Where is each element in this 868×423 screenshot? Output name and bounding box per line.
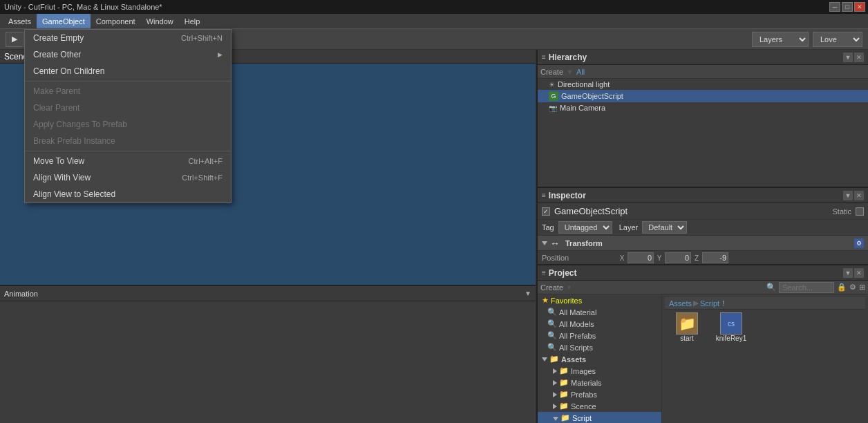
transform-component-header[interactable]: ↔ Transform ⚙	[538, 236, 868, 251]
hierarchy-menu-btn[interactable]: ▼	[843, 53, 853, 62]
inspector-static-label: Static	[832, 207, 851, 216]
ctx-align-view-to-selected[interactable]: Align View to Selected	[25, 186, 231, 203]
materials-folder-icon: 📁	[559, 378, 569, 387]
images-triangle	[553, 367, 557, 375]
project-panel: ≡ Project ▼ ✕ Create ▼ 🔍 🔒 ⚙ ⊞	[536, 264, 868, 423]
ctx-move-to-view[interactable]: Move To View Ctrl+Alt+F	[25, 153, 231, 169]
script-expand-icon	[553, 414, 558, 422]
hierarchy-title: Hierarchy	[549, 53, 587, 62]
project-sidebar: ★ Favorites 🔍 All Material 🔍 All Models …	[538, 294, 662, 423]
scripts-search-icon: 🔍	[547, 343, 557, 352]
window-controls: ─ □ ✕	[829, 2, 865, 12]
inspector-panel: ≡ Inspector ▼ ✕ ✓ GameObjectScript Stati…	[536, 188, 868, 264]
inspector-menu-btn[interactable]: ▼	[843, 191, 853, 200]
inspector-top-row: ✓ GameObjectScript Static	[538, 203, 868, 220]
ctx-clear-parent-label: Clear Parent	[33, 103, 79, 113]
scence-folder-icon: 📁	[559, 402, 569, 411]
inspector-object-name: GameObjectScript	[554, 206, 628, 216]
gameobj-icon: G	[549, 91, 558, 101]
hierarchy-item-directional-light[interactable]: ☀ Directional light	[538, 79, 868, 90]
project-create-btn[interactable]: Create	[540, 283, 563, 292]
ctx-center-label: Center On Children	[33, 66, 104, 76]
ctx-create-empty-label: Create Empty	[33, 33, 84, 43]
menu-bar: Assets GameObject Component Window Help	[0, 14, 868, 29]
project-search-input[interactable]	[779, 282, 834, 293]
folder-prefabs[interactable]: 📁 Prefabs	[538, 388, 661, 400]
materials-triangle	[553, 379, 557, 387]
toolbar-right: Layers Love	[752, 32, 862, 47]
hierarchy-all-btn[interactable]: All	[576, 68, 585, 76]
assets-expand-icon	[542, 357, 547, 361]
assets-tree-header[interactable]: 📁 Assets	[538, 353, 661, 365]
favorites-label: Favorites	[551, 297, 582, 305]
file-kniferey1-script[interactable]: cs knifeRey1	[709, 310, 753, 345]
folder-script[interactable]: 📁 Script	[538, 412, 661, 423]
static-checkbox[interactable]	[856, 207, 864, 216]
hierarchy-close-btn[interactable]: ✕	[854, 53, 864, 62]
folder-images[interactable]: 📁 Images	[538, 365, 661, 377]
inspector-close-btn[interactable]: ✕	[854, 191, 864, 200]
tag-select[interactable]: Untagged	[558, 221, 612, 234]
position-z-input[interactable]	[702, 252, 728, 263]
ctx-center-on-children[interactable]: Center On Children	[25, 63, 231, 79]
fav-all-scripts[interactable]: 🔍 All Scripts	[538, 341, 661, 353]
position-y-group: Y	[655, 252, 691, 263]
ctx-create-empty[interactable]: Create Empty Ctrl+Shift+N	[25, 30, 231, 46]
ctx-apply-changes: Apply Changes To Prefab	[25, 116, 231, 133]
ctx-sep-2	[25, 151, 231, 151]
search-icon: 🔍	[766, 283, 776, 292]
layer-select[interactable]: Default	[642, 221, 687, 234]
gameobject-active-checkbox[interactable]: ✓	[542, 207, 550, 216]
project-menu-btn[interactable]: ▼	[843, 268, 853, 278]
fav-all-models[interactable]: 🔍 All Models	[538, 318, 661, 330]
project-close-btn[interactable]: ✕	[854, 268, 864, 278]
position-z-group: Z	[692, 252, 728, 263]
tag-layer-row: Tag Untagged Layer Default	[538, 220, 868, 236]
maximize-btn[interactable]: □	[842, 2, 853, 12]
file-start-folder[interactable]: 📁 start	[665, 310, 709, 345]
transform-settings-btn[interactable]: ⚙	[854, 238, 864, 248]
assets-label: Assets	[561, 355, 586, 364]
menu-window[interactable]: Window	[141, 14, 179, 28]
position-y-input[interactable]	[665, 252, 691, 263]
close-btn[interactable]: ✕	[854, 2, 865, 12]
pos-y-label: Y	[655, 254, 663, 262]
folder-scence[interactable]: 📁 Scence	[538, 400, 661, 412]
menu-assets[interactable]: Assets	[3, 14, 37, 28]
animation-collapse-btn[interactable]: ▼	[525, 290, 531, 297]
minimize-btn[interactable]: ─	[829, 2, 840, 12]
prefabs-search-icon: 🔍	[547, 331, 557, 340]
ctx-align-shortcut: Ctrl+Shift+F	[182, 173, 223, 182]
position-x-input[interactable]	[628, 252, 654, 263]
project-controls: ▼ ✕	[843, 268, 864, 278]
fav-all-prefabs[interactable]: 🔍 All Prefabs	[538, 330, 661, 341]
play-button[interactable]: ▶	[6, 32, 23, 47]
right-area: ≡ Hierarchy ▼ ✕ Create ▼ All ☀ Direction…	[536, 50, 868, 423]
favorites-header[interactable]: ★ Favorites	[538, 294, 661, 306]
inspector-header: ≡ Inspector ▼ ✕	[538, 188, 868, 203]
menu-component[interactable]: Component	[91, 14, 141, 28]
menu-help[interactable]: Help	[179, 14, 206, 28]
ctx-create-other[interactable]: Create Other	[25, 46, 231, 63]
hierarchy-toolbar: Create ▼ All	[538, 65, 868, 79]
love-dropdown[interactable]: Love	[813, 32, 862, 47]
models-search-icon: 🔍	[547, 319, 557, 328]
ctx-break-prefab-label: Break Prefab Instance	[33, 136, 115, 146]
layers-dropdown[interactable]: Layers	[752, 32, 809, 47]
hierarchy-item-main-camera[interactable]: 📷 Main Camera	[538, 102, 868, 113]
fav-models-label: All Models	[559, 320, 594, 328]
ctx-align-with-view[interactable]: Align With View Ctrl+Shift+F	[25, 169, 231, 186]
hierarchy-header: ≡ Hierarchy ▼ ✕	[538, 50, 868, 65]
breadcrumb-script[interactable]: Script	[700, 299, 719, 308]
fav-all-material[interactable]: 🔍 All Material	[538, 306, 661, 318]
material-search-icon: 🔍	[547, 308, 557, 317]
breadcrumb-assets[interactable]: Assets	[669, 299, 692, 308]
hierarchy-create-btn[interactable]: Create	[540, 68, 563, 76]
fav-scripts-label: All Scripts	[559, 344, 593, 352]
favorites-star-icon: ★	[542, 296, 549, 305]
position-label: Position	[542, 254, 618, 262]
folder-materials[interactable]: 📁 Materials	[538, 377, 661, 388]
menu-gameobject[interactable]: GameObject	[37, 14, 91, 28]
hierarchy-item-gameobjectscript[interactable]: G GameObjectScript	[538, 90, 868, 102]
breadcrumb-sep: ▶	[693, 299, 699, 308]
